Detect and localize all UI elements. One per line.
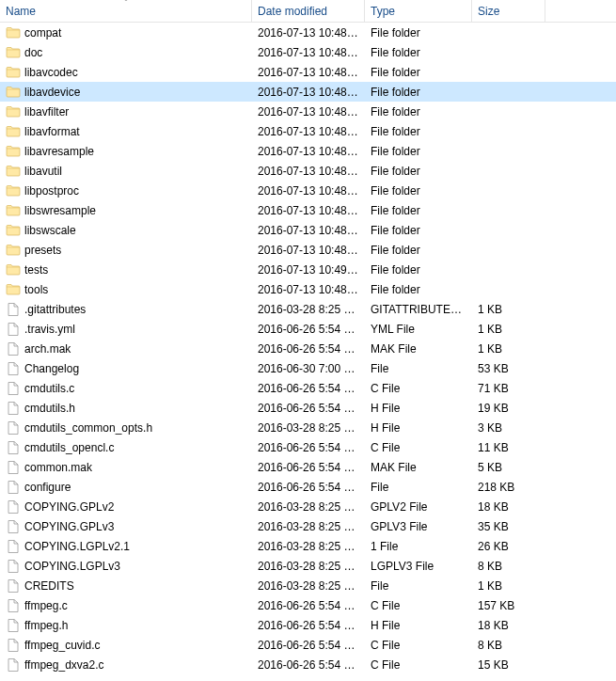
file-row[interactable]: CREDITS2016-03-28 8:25 PMFile1 KB xyxy=(0,576,616,595)
column-header-size-label: Size xyxy=(478,5,499,18)
cell-type: File xyxy=(365,362,472,375)
file-icon xyxy=(6,519,21,534)
cell-date: 2016-06-26 5:54 PM xyxy=(252,382,365,395)
cell-type: File xyxy=(365,579,472,593)
cell-size: 35 KB xyxy=(472,520,545,533)
cell-date: 2016-03-28 8:25 PM xyxy=(252,500,365,514)
file-row[interactable]: libavdevice2016-07-13 10:48 ...File fold… xyxy=(0,82,616,102)
file-row[interactable]: tests2016-07-13 10:49 ...File folder xyxy=(0,260,616,279)
cell-size: 11 KB xyxy=(472,441,545,454)
file-icon xyxy=(6,618,21,633)
file-row[interactable]: libavfilter2016-07-13 10:48 ...File fold… xyxy=(0,102,616,121)
file-row[interactable]: tools2016-07-13 10:48 ...File folder xyxy=(0,279,616,299)
cell-type: GPLV3 File xyxy=(365,520,472,533)
cell-date: 2016-06-26 5:54 PM xyxy=(252,658,365,672)
file-name-label: COPYING.LGPLv2.1 xyxy=(24,540,130,553)
file-row[interactable]: ffmpeg_cuvid.c2016-06-26 5:54 PMC File8 … xyxy=(0,635,616,655)
file-row[interactable]: libpostproc2016-07-13 10:48 ...File fold… xyxy=(0,181,616,200)
file-row[interactable]: libavformat2016-07-13 10:48 ...File fold… xyxy=(0,121,616,141)
file-row[interactable]: .gitattributes2016-03-28 8:25 PMGITATTRI… xyxy=(0,299,616,319)
cell-type: C File xyxy=(365,639,472,652)
cell-size: 5 KB xyxy=(472,461,545,474)
cell-name: .gitattributes xyxy=(0,302,252,317)
file-icon xyxy=(6,322,21,337)
cell-name: libswscale xyxy=(0,223,252,238)
cell-name: common.mak xyxy=(0,460,252,475)
cell-size: 1 KB xyxy=(472,342,545,356)
cell-type: File folder xyxy=(365,204,472,217)
file-name-label: libavcodec xyxy=(24,66,78,79)
cell-name: libavcodec xyxy=(0,65,252,80)
file-row[interactable]: ffmpeg_dxva2.c2016-06-26 5:54 PMC File15… xyxy=(0,655,616,674)
file-icon xyxy=(6,302,21,317)
file-row[interactable]: cmdutils_common_opts.h2016-03-28 8:25 PM… xyxy=(0,418,616,437)
file-icon xyxy=(6,638,21,653)
cell-date: 2016-07-13 10:48 ... xyxy=(252,46,365,59)
cell-date: 2016-06-26 5:54 PM xyxy=(252,639,365,652)
file-row[interactable]: Changelog2016-06-30 7:00 PMFile53 KB xyxy=(0,358,616,378)
cell-type: File folder xyxy=(365,244,472,257)
file-row[interactable]: ffmpeg.h2016-06-26 5:54 PMH File18 KB xyxy=(0,615,616,635)
cell-type: File folder xyxy=(365,46,472,59)
file-row[interactable]: libavcodec2016-07-13 10:48 ...File folde… xyxy=(0,62,616,82)
file-row[interactable]: doc2016-07-13 10:48 ...File folder xyxy=(0,42,616,62)
folder-icon xyxy=(6,223,21,238)
file-row[interactable]: libswresample2016-07-13 10:48 ...File fo… xyxy=(0,200,616,220)
file-row[interactable]: libavresample2016-07-13 10:48 ...File fo… xyxy=(0,141,616,161)
cell-size: 19 KB xyxy=(472,402,545,415)
file-row[interactable]: COPYING.LGPLv2.12016-03-28 8:25 PM1 File… xyxy=(0,536,616,556)
cell-name: cmdutils_opencl.c xyxy=(0,440,252,455)
cell-size: 18 KB xyxy=(472,500,545,514)
cell-date: 2016-07-13 10:48 ... xyxy=(252,86,365,99)
file-row[interactable]: configure2016-06-26 5:54 PMFile218 KB xyxy=(0,477,616,497)
file-row[interactable]: libavutil2016-07-13 10:48 ...File folder xyxy=(0,161,616,181)
file-name-label: ffmpeg_cuvid.c xyxy=(24,639,101,652)
cell-type: YML File xyxy=(365,323,472,336)
cell-date: 2016-03-28 8:25 PM xyxy=(252,540,365,553)
file-list: compat2016-07-13 10:48 ...File folder do… xyxy=(0,23,616,674)
column-header-name[interactable]: Name ˄ xyxy=(0,0,252,22)
file-row[interactable]: cmdutils.h2016-06-26 5:54 PMH File19 KB xyxy=(0,398,616,418)
cell-type: File folder xyxy=(365,26,472,40)
file-row[interactable]: cmdutils.c2016-06-26 5:54 PMC File71 KB xyxy=(0,378,616,398)
file-row[interactable]: COPYING.GPLv32016-03-28 8:25 PMGPLV3 Fil… xyxy=(0,516,616,536)
file-row[interactable]: .travis.yml2016-06-26 5:54 PMYML File1 K… xyxy=(0,319,616,339)
cell-name: arch.mak xyxy=(0,341,252,356)
cell-type: C File xyxy=(365,441,472,454)
cell-date: 2016-07-13 10:48 ... xyxy=(252,66,365,79)
file-name-label: .travis.yml xyxy=(24,323,75,336)
file-icon xyxy=(6,480,21,495)
folder-icon xyxy=(6,183,21,198)
file-name-label: configure xyxy=(24,481,71,494)
cell-size: 1 KB xyxy=(472,579,545,593)
file-row[interactable]: cmdutils_opencl.c2016-06-26 5:54 PMC Fil… xyxy=(0,437,616,457)
file-name-label: doc xyxy=(24,46,42,59)
file-icon xyxy=(6,539,21,554)
file-name-label: libpostproc xyxy=(24,184,79,198)
cell-date: 2016-07-13 10:48 ... xyxy=(252,204,365,217)
cell-name: CREDITS xyxy=(0,578,252,594)
file-row[interactable]: COPYING.LGPLv32016-03-28 8:25 PMLGPLV3 F… xyxy=(0,556,616,576)
cell-name: cmdutils.c xyxy=(0,381,252,396)
file-row[interactable]: ffmpeg.c2016-06-26 5:54 PMC File157 KB xyxy=(0,595,616,615)
file-row[interactable]: compat2016-07-13 10:48 ...File folder xyxy=(0,23,616,42)
cell-size: 8 KB xyxy=(472,639,545,652)
column-header-type[interactable]: Type xyxy=(365,0,472,22)
file-row[interactable]: common.mak2016-06-26 5:54 PMMAK File5 KB xyxy=(0,457,616,477)
file-row[interactable]: COPYING.GPLv22016-03-28 8:25 PMGPLV2 Fil… xyxy=(0,497,616,516)
cell-name: .travis.yml xyxy=(0,322,252,337)
cell-size: 71 KB xyxy=(472,382,545,395)
cell-type: File folder xyxy=(365,145,472,158)
cell-name: libpostproc xyxy=(0,183,252,198)
file-name-label: Changelog xyxy=(24,362,79,375)
folder-icon xyxy=(6,124,21,139)
file-row[interactable]: libswscale2016-07-13 10:48 ...File folde… xyxy=(0,220,616,240)
file-row[interactable]: presets2016-07-13 10:48 ...File folder xyxy=(0,240,616,260)
cell-name: doc xyxy=(0,45,252,60)
file-row[interactable]: arch.mak2016-06-26 5:54 PMMAK File1 KB xyxy=(0,339,616,358)
column-header-size[interactable]: Size xyxy=(472,0,545,22)
cell-name: COPYING.GPLv2 xyxy=(0,499,252,515)
file-name-label: cmdutils_opencl.c xyxy=(24,441,114,454)
folder-icon xyxy=(6,262,21,277)
column-header-date[interactable]: Date modified xyxy=(252,0,365,22)
